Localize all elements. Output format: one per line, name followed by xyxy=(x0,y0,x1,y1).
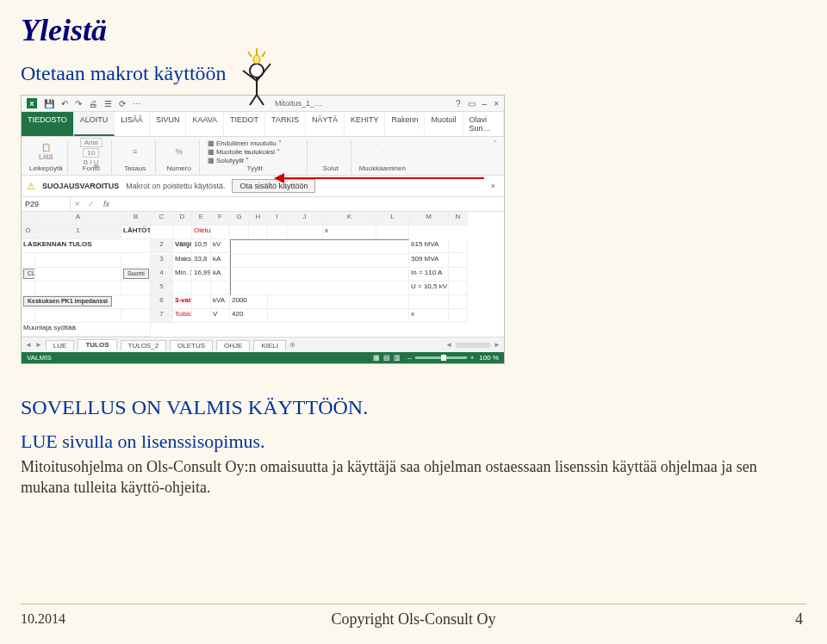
cell[interactable]: kA xyxy=(211,268,230,282)
cell[interactable]: LASKENNAN TULOS xyxy=(22,239,151,253)
cell[interactable]: Maks. 3-vaihe oikosulkuvirta xyxy=(173,254,192,268)
confirm-fx-icon[interactable]: ✓ xyxy=(84,200,98,208)
spreadsheet-grid[interactable]: A B C D E F G H I J K L M N O 1 LÄHTÖTIE… xyxy=(22,212,504,337)
collapse-ribbon-icon[interactable]: ˄ xyxy=(489,139,501,174)
tab-data[interactable]: TIEDOT xyxy=(224,112,265,136)
cell[interactable]: x xyxy=(323,226,376,239)
touch-icon[interactable]: ☰ xyxy=(104,99,112,108)
ribbon-options-icon[interactable]: ▭ xyxy=(468,99,476,108)
row-header[interactable]: 6 xyxy=(151,295,173,309)
tab-home[interactable]: ALOITU xyxy=(74,112,115,136)
cell[interactable]: Toisiojännite xyxy=(173,309,192,323)
close-icon[interactable]: × xyxy=(494,99,499,108)
col-header[interactable]: F xyxy=(211,212,230,226)
cell[interactable]: Min. 3-vaihe oikosulkuvirta xyxy=(173,268,192,282)
cell[interactable]: x xyxy=(409,309,449,323)
cell[interactable]: 615 MVA xyxy=(409,239,449,253)
sheet-tab[interactable]: OLETUS xyxy=(170,340,213,350)
tab-view[interactable]: NÄYTÄ xyxy=(306,112,345,136)
print-icon[interactable]: 🖨 xyxy=(89,99,97,108)
tab-rakenn[interactable]: Rakenn xyxy=(385,112,425,136)
language-button[interactable]: Suomi xyxy=(121,268,151,282)
cell[interactable]: Oletusarvot xyxy=(192,226,211,239)
view-normal-icon[interactable]: ▦ xyxy=(373,354,380,362)
view-pagebreak-icon[interactable]: ▥ xyxy=(394,354,401,362)
zoom-in-icon[interactable]: + xyxy=(470,354,475,362)
tab-insert[interactable]: LISÄÄ xyxy=(115,112,150,136)
undo-icon[interactable]: ↶ xyxy=(61,99,68,108)
col-header[interactable]: K xyxy=(323,212,376,226)
cell[interactable]: Välijänniteverkko xyxy=(173,239,192,253)
col-header[interactable]: J xyxy=(287,212,323,226)
row-header[interactable]: 1 xyxy=(35,226,121,239)
col-header[interactable]: M xyxy=(409,212,449,226)
col-header[interactable]: H xyxy=(249,212,268,226)
row-header[interactable]: 4 xyxy=(151,268,173,282)
row-header[interactable]: 5 xyxy=(151,282,173,295)
view-pagelayout-icon[interactable]: ▤ xyxy=(383,354,390,362)
cell[interactable]: In = 110 A xyxy=(409,268,449,282)
align-icon[interactable]: ≡ xyxy=(133,147,137,156)
cell[interactable]: 309 MVA xyxy=(409,254,449,268)
close-warning-icon[interactable]: × xyxy=(488,182,499,190)
col-header[interactable]: O xyxy=(22,226,35,239)
tab-file[interactable]: TIEDOSTO xyxy=(22,112,74,136)
tab-formulas[interactable]: KAAVA xyxy=(186,112,224,136)
fx-icon[interactable]: fx xyxy=(98,200,115,208)
save-icon[interactable]: 💾 xyxy=(44,99,54,108)
name-box[interactable]: P29 xyxy=(22,197,71,211)
cell[interactable]: 10,5 xyxy=(192,239,211,253)
tab-review[interactable]: TARKIS xyxy=(265,112,306,136)
sheet-tab[interactable]: KIELI xyxy=(253,340,286,350)
row-header[interactable]: 2 xyxy=(151,239,173,253)
table-format-button[interactable]: ▦ Muotoile taulukoksi ˅ xyxy=(208,148,281,156)
cell[interactable]: 16,99 xyxy=(192,268,211,282)
col-header[interactable]: B xyxy=(121,212,151,226)
col-header[interactable]: A xyxy=(35,212,121,226)
col-header[interactable]: L xyxy=(376,212,409,226)
account-user[interactable]: Olavi Sun… xyxy=(463,112,505,136)
paste-icon[interactable]: 📋 xyxy=(41,143,51,152)
tab-developer[interactable]: KEHITY xyxy=(345,112,386,136)
cancel-fx-icon[interactable]: ✕ xyxy=(71,200,84,208)
hscroll-track[interactable] xyxy=(456,343,490,348)
more-icon[interactable]: ⋯ xyxy=(133,99,141,108)
tab-pagelayout[interactable]: SIVUN xyxy=(150,112,187,136)
cell[interactable]: kA xyxy=(211,254,230,268)
hscroll-left-icon[interactable]: ◄ xyxy=(445,341,452,349)
row-header[interactable]: 3 xyxy=(151,254,173,268)
new-sheet-icon[interactable]: ⊕ xyxy=(289,341,295,349)
hscroll-right-icon[interactable]: ► xyxy=(494,341,501,349)
sheet-tab[interactable]: TULOS_2 xyxy=(121,340,167,350)
cell[interactable]: kV xyxy=(211,239,230,253)
cell[interactable]: Muuntaja syöttää xyxy=(22,323,151,337)
cell[interactable]: 2000 xyxy=(230,295,268,309)
minimize-icon[interactable]: – xyxy=(482,99,488,108)
col-header[interactable]: C xyxy=(151,212,173,226)
col-header[interactable]: I xyxy=(268,212,287,226)
cell-styles-button[interactable]: ▦ Solutyylit ˅ xyxy=(208,157,249,164)
col-header[interactable]: D xyxy=(173,212,192,226)
font-name-select[interactable]: Arial xyxy=(80,138,103,147)
refresh-icon[interactable]: ⟳ xyxy=(119,99,126,108)
sheet-nav-prev-icon[interactable]: ◄ xyxy=(25,341,32,349)
cell[interactable]: 3-vaihemuuntaja 1 xyxy=(173,295,192,309)
help-icon[interactable]: ? xyxy=(456,99,461,108)
col-header[interactable]: G xyxy=(230,212,249,226)
row-header[interactable]: 7 xyxy=(151,309,173,323)
clear-button[interactable]: CLEAR xyxy=(22,268,35,282)
conditional-format-button[interactable]: ▦ Ehdollinen muotoilu ˅ xyxy=(208,139,282,147)
cell[interactable]: V xyxy=(211,309,230,323)
cell[interactable]: 420 xyxy=(230,309,268,323)
formula-input[interactable] xyxy=(115,201,504,207)
cell[interactable]: LÄHTÖTIEDOT xyxy=(121,226,151,239)
zoom-level[interactable]: 100 % xyxy=(479,354,499,362)
cell[interactable]: U = 10,5 kV xyxy=(409,282,449,295)
sheet-tab[interactable]: OHJE xyxy=(216,340,250,350)
sheet-tab[interactable]: TULOS xyxy=(78,339,116,350)
font-size-select[interactable]: 10 xyxy=(83,148,99,158)
tab-muotoil[interactable]: Muotoil xyxy=(425,112,463,136)
redo-icon[interactable]: ↷ xyxy=(75,99,82,108)
cell[interactable]: kVA xyxy=(211,295,230,309)
cell[interactable]: 33,8 xyxy=(192,254,211,268)
